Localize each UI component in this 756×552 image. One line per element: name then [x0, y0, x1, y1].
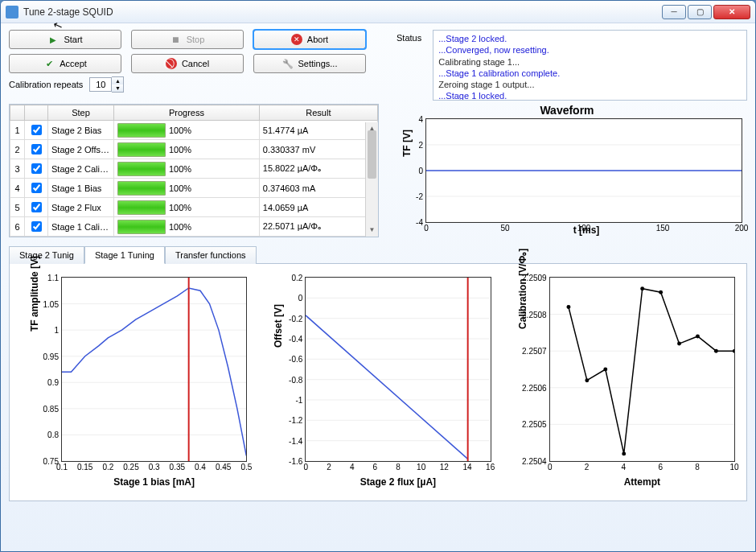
row-step: Stage 2 Offset V: [48, 140, 114, 159]
svg-point-40: [733, 349, 734, 353]
row-num: 3: [10, 159, 25, 179]
stop-button[interactable]: Stop: [131, 30, 244, 49]
status-box[interactable]: ...Stage 2 locked....Converged, now rese…: [433, 30, 747, 101]
row-check[interactable]: [25, 217, 48, 237]
check-icon: [43, 58, 55, 69]
repeats-spinner[interactable]: ▲▼: [89, 76, 124, 93]
close-button[interactable]: [713, 5, 750, 19]
cancel-button[interactable]: Cancel: [131, 54, 244, 73]
row-progress: 100%: [114, 198, 260, 217]
tab-panel: TF amplitude [V] 0.750.80.850.90.9511.05…: [9, 263, 747, 501]
play-icon: [47, 34, 59, 45]
row-result: 0.330337 mV: [259, 140, 377, 159]
repeats-label: Calibration repeats: [9, 80, 83, 89]
accept-button[interactable]: Accept: [9, 54, 121, 73]
tab-stage1-tuning[interactable]: Stage 1 Tuning: [84, 246, 165, 264]
row-check[interactable]: [25, 140, 48, 159]
row-num: 2: [10, 140, 25, 159]
svg-point-36: [659, 290, 663, 295]
col-result[interactable]: Result: [259, 105, 377, 121]
row-num: 4: [10, 179, 25, 198]
stage1bias-xlabel: Stage 1 bias [mA]: [61, 476, 247, 488]
accept-label: Accept: [60, 59, 87, 68]
svg-point-31: [566, 305, 570, 309]
tab-transfer-functions[interactable]: Transfer functions: [165, 246, 257, 264]
step-checkbox[interactable]: [31, 202, 42, 212]
stop-label: Stop: [187, 35, 205, 44]
cancel-icon: [166, 58, 177, 69]
start-button[interactable]: Start: [9, 30, 121, 49]
row-result: 14.0659 µA: [259, 198, 377, 217]
waveform-title: Waveform: [387, 104, 747, 117]
row-progress: 100%: [114, 140, 260, 159]
step-checkbox[interactable]: [31, 125, 42, 135]
svg-point-34: [622, 451, 626, 455]
row-check[interactable]: [25, 198, 48, 217]
minimize-button[interactable]: [662, 5, 686, 19]
row-num: 5: [10, 198, 25, 217]
col-step[interactable]: Step: [48, 105, 114, 121]
status-line: ...Stage 1 locked.: [438, 90, 742, 101]
wrench-icon: [282, 58, 294, 69]
titlebar: Tune 2-stage SQUID: [1, 1, 755, 23]
tab-stage2-tuning[interactable]: Stage 2 Tunig: [9, 246, 84, 264]
row-step: Stage 2 Bias: [48, 121, 114, 140]
table-row[interactable]: 4 Stage 1 Bias 100% 0.374603 mA: [10, 179, 378, 198]
stage1bias-plot[interactable]: 0.750.80.850.90.9511.051.10.10.150.20.25…: [61, 277, 247, 462]
steps-table: Step Progress Result 1 Stage 2 Bias 100%…: [10, 105, 378, 237]
table-scrollbar[interactable]: ▲ ▼: [365, 122, 378, 237]
table-row[interactable]: 2 Stage 2 Offset V 100% 0.330337 mV: [10, 140, 378, 159]
step-checkbox[interactable]: [31, 144, 42, 154]
status-line: Zeroing stage 1 output...: [438, 79, 742, 90]
stage2flux-xlabel: Stage 2 flux [µA]: [305, 476, 491, 488]
row-step: Stage 1 Calibrat: [48, 217, 114, 237]
row-check[interactable]: [25, 121, 48, 140]
calibration-xlabel: Attempt: [549, 476, 735, 488]
status-line: ...Stage 2 locked.: [438, 33, 742, 44]
table-row[interactable]: 6 Stage 1 Calibrat 100% 22.5071 µA/Φₒ: [10, 217, 378, 237]
settings-button[interactable]: Settings...: [253, 54, 366, 73]
row-result: 22.5071 µA/Φₒ: [259, 217, 377, 237]
spinner-down[interactable]: ▼: [112, 84, 123, 92]
status-label: Status: [396, 33, 421, 43]
step-checkbox[interactable]: [31, 163, 42, 174]
svg-point-33: [603, 368, 607, 372]
progress-bar: [117, 142, 166, 157]
step-checkbox[interactable]: [31, 183, 42, 193]
repeats-input[interactable]: [89, 77, 112, 92]
row-check[interactable]: [25, 179, 48, 198]
col-progress[interactable]: Progress: [114, 105, 260, 121]
progress-bar: [117, 200, 166, 215]
status-line: ...Converged, now resetting.: [438, 44, 742, 56]
scroll-down-icon[interactable]: ▼: [366, 224, 378, 237]
step-checkbox[interactable]: [31, 221, 42, 232]
status-line: ...Stage 1 calibration complete.: [438, 68, 742, 79]
row-progress: 100%: [114, 217, 260, 237]
table-row[interactable]: 5 Stage 2 Flux 100% 14.0659 µA: [10, 198, 378, 217]
row-step: Stage 1 Bias: [48, 179, 114, 198]
abort-label: Abort: [307, 35, 328, 44]
progress-bar: [117, 181, 166, 196]
col-check[interactable]: [25, 105, 48, 121]
calibration-plot[interactable]: 2.25042.25052.25062.25072.25082.25090246…: [549, 277, 735, 462]
row-progress: 100%: [114, 121, 260, 140]
scroll-thumb[interactable]: [368, 130, 376, 179]
progress-bar: [117, 123, 166, 138]
svg-point-37: [677, 342, 681, 346]
row-check[interactable]: [25, 159, 48, 179]
table-row[interactable]: 1 Stage 2 Bias 100% 51.4774 µA: [10, 121, 378, 140]
table-row[interactable]: 3 Stage 2 Calibrat 100% 15.8022 µA/Φₒ: [10, 159, 378, 179]
progress-bar: [117, 162, 166, 176]
row-num: 1: [10, 121, 25, 140]
row-result: 0.374603 mA: [259, 179, 377, 198]
settings-label: Settings...: [298, 59, 338, 68]
col-blank[interactable]: [10, 105, 25, 121]
status-line: Calibrating stage 1...: [438, 56, 742, 68]
stop-icon: [171, 34, 182, 45]
spinner-up[interactable]: ▲: [112, 77, 123, 84]
abort-button[interactable]: Abort: [253, 30, 366, 49]
start-label: Start: [64, 35, 82, 44]
maximize-button[interactable]: [688, 5, 712, 19]
stage2flux-plot[interactable]: -1.6-1.4-1.2-1-0.8-0.6-0.4-0.200.2024681…: [305, 277, 491, 462]
waveform-plot[interactable]: -4-2024050100150200: [425, 118, 742, 223]
